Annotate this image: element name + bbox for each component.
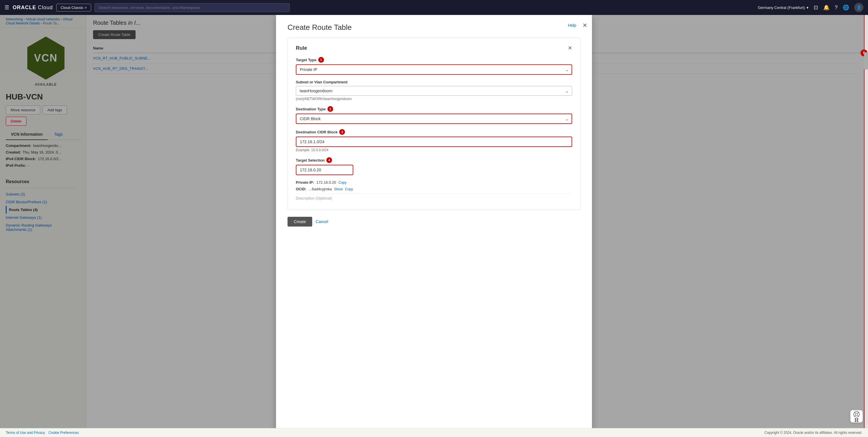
cancel-button[interactable]: Cancel <box>316 217 328 227</box>
nav-right: Germany Central (Frankfurt) ▾ ⊡ 🔔 ? 🌐 👤 <box>758 3 863 12</box>
subnet-compartment-select[interactable]: IwanHoogendoorn <box>296 86 572 96</box>
hamburger-icon[interactable]: ☰ <box>5 4 9 11</box>
step-badge-4: 4 <box>326 157 332 163</box>
copyright-text: Copyright © 2024, Oracle and/or its affi… <box>764 431 862 435</box>
subnet-compartment-group: Subnet or Vlan Compartment IwanHoogendoo… <box>296 80 572 101</box>
destination-cidr-hint: Example: 10.0.0.0/24 <box>296 148 572 152</box>
create-route-table-modal: Help ✕ Create Route Table Rule ✕ Target … <box>276 15 592 437</box>
private-ip-value: 172.16.0.20 <box>316 180 336 184</box>
rule-section-title: Rule ✕ <box>296 45 572 51</box>
copy-private-ip-link[interactable]: Copy <box>338 180 346 184</box>
modal-title: Create Route Table <box>287 23 581 32</box>
step-badge-1: 1 <box>318 57 324 63</box>
help-link[interactable]: Help <box>568 23 576 28</box>
target-selection-group: Target Selection 4 <box>296 157 572 175</box>
destination-type-group: Destination Type 2 CIDR Block <box>296 106 572 124</box>
user-avatar[interactable]: 👤 <box>854 3 863 12</box>
subnet-compartment-label: Subnet or Vlan Compartment <box>296 80 572 84</box>
help-icon[interactable]: ? <box>835 5 838 11</box>
destination-type-select[interactable]: CIDR Block <box>296 114 572 124</box>
step-badge-3: 3 <box>339 129 345 135</box>
description-optional-label: Description (Optional) <box>296 196 332 200</box>
footer-bar: Terms of Use and Privacy Cookie Preferen… <box>0 428 868 437</box>
region-selector[interactable]: Germany Central (Frankfurt) ▾ <box>758 5 809 10</box>
support-widget[interactable] <box>850 410 863 423</box>
svg-point-1 <box>855 413 858 415</box>
scrollbar-thumb <box>864 52 868 69</box>
search-input[interactable] <box>94 3 290 12</box>
cookie-link[interactable]: Cookie Preferences <box>49 431 79 435</box>
target-type-select[interactable]: Private IP <box>296 64 572 75</box>
target-selection-input[interactable] <box>296 165 353 175</box>
language-icon[interactable]: 🌐 <box>843 4 849 11</box>
modal-actions: Create Cancel <box>287 217 581 227</box>
destination-cidr-input[interactable] <box>296 137 572 147</box>
private-ip-info: Private IP: 172.16.0.20 Copy <box>296 180 572 184</box>
copy-ocid-link[interactable]: Copy <box>345 187 353 191</box>
rule-close-button[interactable]: ✕ <box>568 45 572 51</box>
description-hint: Description (Optional) <box>296 194 572 200</box>
region-chevron-icon: ▾ <box>807 5 809 10</box>
ocid-label: OCID: <box>296 187 307 191</box>
widget-grid-icon <box>855 418 858 422</box>
step-badge-2: 2 <box>328 106 333 112</box>
region-label: Germany Central (Frankfurt) <box>758 5 805 10</box>
target-selection-label: Target Selection 4 <box>296 157 572 163</box>
private-ip-label: Private IP: <box>296 180 314 184</box>
console-icon[interactable]: ⊡ <box>814 4 818 11</box>
notification-icon[interactable]: 🔔 <box>823 4 830 11</box>
show-ocid-link[interactable]: Show <box>334 187 343 191</box>
target-type-group: Target Type 1 Private IP <box>296 57 572 75</box>
rule-section: Rule ✕ Target Type 1 Private IP Subnet o… <box>287 38 581 210</box>
destination-type-label: Destination Type 2 <box>296 106 572 112</box>
create-button[interactable]: Create <box>287 217 312 227</box>
modal-scrollbar[interactable]: 5 <box>864 15 868 437</box>
modal-overlay: Help ✕ Create Route Table Rule ✕ Target … <box>0 15 868 437</box>
destination-cidr-label: Destination CIDR Block 3 <box>296 129 572 135</box>
cloud-classic-button[interactable]: Cloud Classic > <box>56 4 91 11</box>
close-modal-button[interactable]: ✕ <box>583 22 587 29</box>
subnet-compartment-hint: (root)/NETWORK/IwanHoogendoorn <box>296 97 572 101</box>
ocid-info: OCID: ...6ad4cyjmka Show Copy <box>296 187 572 191</box>
oracle-logo: ORACLE Cloud <box>13 5 53 11</box>
destination-cidr-group: Destination CIDR Block 3 Example: 10.0.0… <box>296 129 572 152</box>
top-navigation: ☰ ORACLE Cloud Cloud Classic > Germany C… <box>0 0 868 15</box>
support-icon <box>854 411 860 417</box>
ocid-value: ...6ad4cyjmka <box>309 187 332 191</box>
target-type-label: Target Type 1 <box>296 57 572 63</box>
terms-link[interactable]: Terms of Use and Privacy <box>6 431 45 435</box>
